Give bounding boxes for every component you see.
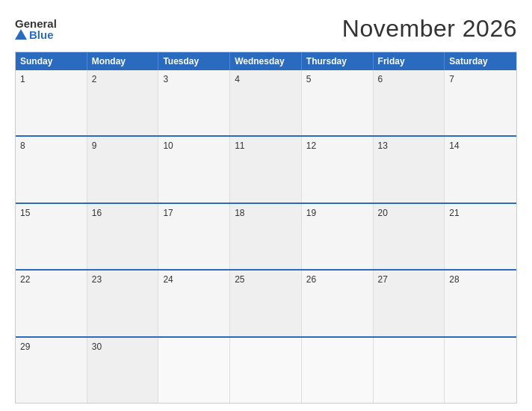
day-cell: 23 <box>87 271 159 336</box>
day-number: 4 <box>235 74 240 84</box>
day-number: 7 <box>449 74 454 84</box>
calendar: SundayMondayTuesdayWednesdayThursdayFrid… <box>15 52 517 404</box>
day-number: 14 <box>449 140 459 151</box>
month-title: November 2026 <box>342 15 517 43</box>
day-header: Sunday <box>16 52 87 70</box>
day-cell: 25 <box>230 271 302 336</box>
day-number: 21 <box>449 208 459 218</box>
day-cell: 28 <box>445 271 516 336</box>
day-number: 12 <box>306 140 316 151</box>
week-row: 1234567 <box>16 70 516 135</box>
day-number: 29 <box>20 342 30 352</box>
day-cell: 27 <box>374 271 445 336</box>
logo-blue-text: Blue <box>15 29 54 40</box>
day-cell: 11 <box>230 137 302 202</box>
logo-blue-label: Blue <box>29 29 54 40</box>
day-cell: 6 <box>374 70 445 135</box>
day-number: 9 <box>92 140 97 151</box>
day-number: 26 <box>306 274 316 285</box>
header: General Blue November 2026 <box>15 15 517 43</box>
day-header: Thursday <box>302 52 374 70</box>
day-header: Saturday <box>445 52 516 70</box>
day-number: 11 <box>235 140 244 151</box>
day-cell: 29 <box>16 338 87 403</box>
day-cell: 10 <box>158 137 230 202</box>
day-number: 24 <box>163 274 173 285</box>
day-header: Monday <box>87 52 159 70</box>
day-number: 16 <box>92 208 102 218</box>
day-cell <box>158 338 230 403</box>
day-number: 22 <box>20 274 30 285</box>
day-cell: 3 <box>158 70 230 135</box>
day-cell: 20 <box>374 204 445 269</box>
day-header: Tuesday <box>158 52 230 70</box>
day-cell <box>230 338 302 403</box>
day-cell: 15 <box>16 204 87 269</box>
page: General Blue November 2026 SundayMondayT… <box>0 0 532 411</box>
day-cell: 14 <box>445 137 516 202</box>
day-number: 25 <box>235 274 244 285</box>
day-number: 13 <box>378 140 388 151</box>
day-cell: 16 <box>87 204 159 269</box>
day-number: 6 <box>378 74 383 84</box>
day-cell: 8 <box>16 137 87 202</box>
day-number: 15 <box>20 208 30 218</box>
day-number: 19 <box>306 208 316 218</box>
day-cell: 19 <box>302 204 374 269</box>
day-number: 28 <box>449 274 459 285</box>
logo-triangle-icon <box>15 29 27 40</box>
day-number: 27 <box>378 274 388 285</box>
day-cell <box>302 338 374 403</box>
day-number: 3 <box>163 74 168 84</box>
week-row: 891011121314 <box>16 135 516 202</box>
weeks-container: 1234567891011121314151617181920212223242… <box>16 70 516 403</box>
week-row: 22232425262728 <box>16 269 516 336</box>
day-number: 5 <box>306 74 312 84</box>
day-cell <box>445 338 516 403</box>
day-number: 30 <box>92 342 102 352</box>
day-number: 17 <box>163 208 173 218</box>
day-number: 8 <box>20 140 25 151</box>
day-headers-row: SundayMondayTuesdayWednesdayThursdayFrid… <box>16 52 516 70</box>
day-number: 2 <box>92 74 97 84</box>
day-cell: 7 <box>445 70 516 135</box>
day-header: Friday <box>374 52 445 70</box>
day-cell: 26 <box>302 271 374 336</box>
logo-general-text: General <box>15 18 57 29</box>
day-cell: 5 <box>302 70 374 135</box>
day-cell: 9 <box>87 137 159 202</box>
day-cell: 1 <box>16 70 87 135</box>
day-number: 23 <box>92 274 102 285</box>
day-number: 18 <box>235 208 244 218</box>
logo: General Blue <box>15 18 57 40</box>
day-cell: 12 <box>302 137 374 202</box>
day-cell: 4 <box>230 70 302 135</box>
day-cell: 24 <box>158 271 230 336</box>
day-number: 20 <box>378 208 388 218</box>
day-header: Wednesday <box>230 52 302 70</box>
day-cell: 13 <box>374 137 445 202</box>
day-cell: 17 <box>158 204 230 269</box>
day-cell <box>374 338 445 403</box>
day-cell: 2 <box>87 70 159 135</box>
week-row: 2930 <box>16 336 516 403</box>
day-cell: 18 <box>230 204 302 269</box>
day-number: 1 <box>20 74 25 84</box>
day-cell: 22 <box>16 271 87 336</box>
day-number: 10 <box>163 140 173 151</box>
day-cell: 21 <box>445 204 516 269</box>
week-row: 15161718192021 <box>16 203 516 269</box>
day-cell: 30 <box>87 338 159 403</box>
